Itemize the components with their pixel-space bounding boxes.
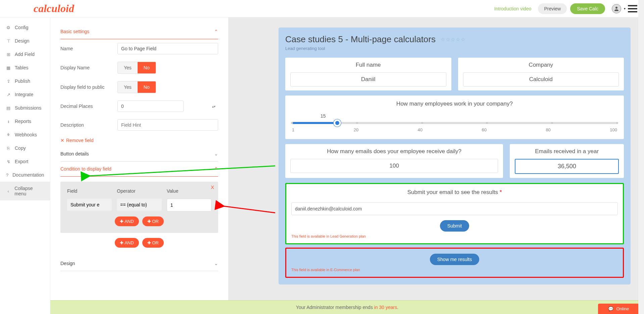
add-field-icon: ⊞: [6, 52, 11, 57]
export-icon: ↯: [6, 159, 11, 164]
emails-daily-label: How many emails does your employee recei…: [290, 148, 498, 155]
gear-icon: ⚙: [6, 25, 11, 30]
sidebar-item-documentation[interactable]: ?Documentation: [0, 168, 50, 182]
ecommerce-note: This field is available in E-Commerce pl…: [291, 268, 618, 272]
tick-label: 1: [292, 127, 294, 132]
operator-label: Operator: [117, 188, 161, 194]
sidebar-label: Documentation: [12, 172, 44, 178]
user-avatar[interactable]: [612, 4, 621, 13]
calc-subtitle: Lead generating tool: [285, 46, 624, 51]
design-icon: ⊤: [6, 39, 11, 43]
sidebar-item-integrate[interactable]: ↗Integrate: [0, 88, 50, 101]
scrollbar[interactable]: [638, 0, 644, 314]
tables-icon: ▦: [6, 65, 11, 70]
sidebar-label: Integrate: [15, 92, 33, 97]
show-results-section: Show me results This field is available …: [285, 248, 624, 278]
remove-field-link[interactable]: ✕ Remove field: [60, 134, 94, 146]
yes-button[interactable]: Yes: [118, 81, 138, 93]
tick-label: 80: [546, 127, 550, 132]
sidebar-label: Submissions: [15, 105, 41, 111]
decimal-label: Decimal Places: [60, 104, 117, 109]
emails-daily-input[interactable]: 100: [290, 159, 498, 173]
no-button[interactable]: No: [138, 81, 156, 93]
copy-icon: ⎘: [6, 146, 11, 150]
name-label: Name: [60, 46, 117, 51]
section-title: Basic settings: [60, 29, 89, 34]
membership-footer: Your Administrator membership ends in 30…: [50, 300, 644, 314]
display-public-toggle: Yes No: [117, 81, 156, 93]
chevron-down-icon: ⌄: [214, 151, 218, 156]
chevron-up-icon: ⌃: [214, 29, 218, 34]
full-name-input[interactable]: Daniil: [290, 72, 446, 86]
design-section-header[interactable]: Design ⌄: [60, 256, 218, 271]
decimal-input[interactable]: [117, 101, 184, 112]
and-button[interactable]: ✚ AND: [115, 216, 139, 226]
emails-year-label: Emails received in a year: [515, 148, 619, 155]
or-button-outer[interactable]: ✚ OR: [142, 238, 164, 248]
condition-value-input[interactable]: [167, 199, 211, 211]
description-input[interactable]: [117, 119, 218, 131]
sidebar-item-collapse[interactable]: ‹Collapse menu: [0, 182, 50, 200]
condition-close[interactable]: X: [211, 184, 214, 190]
chevron-down-icon: ⌄: [214, 261, 218, 266]
slider-thumb[interactable]: [334, 119, 341, 127]
rating-stars[interactable]: ☆☆☆☆☆: [441, 37, 466, 43]
collapse-icon: ‹: [6, 189, 10, 193]
name-input[interactable]: [117, 43, 218, 54]
sidebar-item-copy[interactable]: ⎘Copy: [0, 141, 50, 155]
company-input[interactable]: Calculoid: [463, 72, 619, 86]
logo[interactable]: calculoid: [34, 2, 74, 15]
save-calc-button[interactable]: Save Calc: [570, 3, 605, 14]
or-button[interactable]: ✚ OR: [142, 216, 164, 226]
section-title: Button details: [60, 151, 89, 156]
basic-settings-header[interactable]: Basic settings ⌃: [60, 24, 218, 39]
required-asterisk: *: [500, 189, 502, 195]
sidebar-label: Config: [15, 25, 28, 30]
show-results-button[interactable]: Show me results: [430, 254, 479, 265]
full-name-label: Full name: [290, 62, 446, 68]
sidebar-label: Collapse menu: [14, 186, 44, 196]
sidebar-label: Reports: [15, 119, 31, 124]
condition-operator-select[interactable]: [117, 199, 161, 211]
sidebar-item-webhooks[interactable]: ⚘Webhooks: [0, 128, 50, 141]
field-label: Field: [67, 188, 112, 194]
webhooks-icon: ⚘: [6, 132, 11, 137]
sidebar-item-submissions[interactable]: ▤Submissions: [0, 101, 50, 115]
preview-area: Case studies 5 - Multi-page calculators …: [228, 17, 644, 314]
hamburger-menu[interactable]: [628, 5, 637, 12]
condition-field-select[interactable]: [67, 199, 112, 211]
and-button-outer[interactable]: ✚ AND: [115, 238, 139, 248]
employees-slider[interactable]: [292, 122, 617, 124]
number-stepper-icon[interactable]: ▴▾: [212, 105, 215, 108]
online-chat-button[interactable]: 💬 Online: [598, 304, 639, 314]
sidebar-item-add-field[interactable]: ⊞Add Field: [0, 48, 50, 61]
help-icon: ?: [6, 173, 8, 177]
sidebar-item-config[interactable]: ⚙Config: [0, 21, 50, 34]
chat-icon: 💬: [608, 306, 613, 311]
sidebar-label: Design: [15, 38, 30, 44]
no-button[interactable]: No: [138, 62, 156, 73]
sidebar-item-tables[interactable]: ▦Tables: [0, 61, 50, 74]
slider-value: 15: [320, 113, 617, 119]
sidebar-label: Tables: [15, 65, 28, 70]
yes-button[interactable]: Yes: [118, 62, 138, 73]
condition-header[interactable]: Condition to display field ⌃: [60, 162, 218, 177]
sidebar-item-publish[interactable]: ⇪Publish: [0, 74, 50, 88]
submit-button[interactable]: Submit: [440, 220, 469, 232]
button-details-header[interactable]: Button details ⌄: [60, 146, 218, 162]
sidebar-item-reports[interactable]: ⫾Reports: [0, 115, 50, 128]
publish-icon: ⇪: [6, 79, 11, 83]
description-label: Description: [60, 122, 117, 128]
sidebar-item-export[interactable]: ↯Export: [0, 155, 50, 168]
plus-icon: ✚: [147, 219, 152, 224]
preview-button[interactable]: Preview: [538, 3, 567, 14]
reports-icon: ⫾: [6, 119, 11, 124]
plus-icon: ✚: [120, 240, 125, 245]
employees-label: How many employees work in your company?: [292, 101, 617, 107]
sidebar-item-design[interactable]: ⊤Design: [0, 34, 50, 48]
intro-video-link[interactable]: Introduction video: [494, 6, 532, 11]
calc-title: Case studies 5 - Multi-page calculators: [285, 34, 436, 45]
close-icon: ✕: [60, 138, 64, 143]
email-input[interactable]: [291, 202, 618, 215]
display-name-toggle: Yes No: [117, 62, 156, 74]
